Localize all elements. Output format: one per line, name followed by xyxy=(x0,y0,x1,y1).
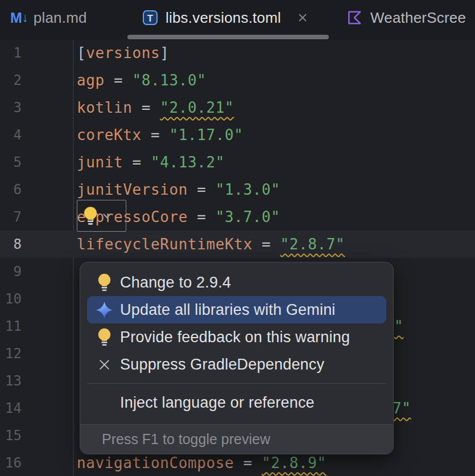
code-token: "1.3.0" xyxy=(216,181,280,198)
code-token: = xyxy=(188,208,216,225)
code-token: junitVersion xyxy=(77,181,188,198)
ide-window: { "tabs": { "items": [ { "id": "plan", "… xyxy=(0,0,475,476)
code-token: = xyxy=(105,72,133,89)
editor-line-5[interactable]: 5junit = "4.13.2" xyxy=(0,149,475,176)
line-number[interactable]: 2 xyxy=(0,67,22,94)
code-text[interactable]: kotlin = "2.0.21" xyxy=(77,94,234,121)
markdown-icon: M↓ xyxy=(10,10,28,26)
editor-line-3[interactable]: 3kotlin = "2.0.21" xyxy=(0,94,475,121)
toml-file-icon: T xyxy=(142,10,158,26)
code-token: = xyxy=(253,236,280,253)
kotlin-icon xyxy=(346,9,363,26)
warned-token: "2.0.21" xyxy=(160,99,234,116)
code-token: = xyxy=(123,154,151,171)
code-token: navigationCompose xyxy=(77,454,234,471)
suppress-x-icon xyxy=(94,357,114,372)
line-number[interactable]: 11 xyxy=(0,313,22,340)
editor-line-7[interactable]: 7espressoCore = "3.7.0" xyxy=(0,203,475,231)
line-number[interactable]: 8 xyxy=(0,231,22,258)
code-token: = xyxy=(142,126,170,143)
chevron-down-icon[interactable] xyxy=(101,210,113,222)
popup-separator xyxy=(87,383,386,384)
intention-actions-popup: Change to 2.9.4Update all libraries with… xyxy=(80,262,394,454)
tab-label: libs.versions.toml xyxy=(166,9,281,27)
line-number[interactable]: 5 xyxy=(0,149,22,176)
code-fragment-line-14: 7" xyxy=(393,395,411,422)
code-token: ] xyxy=(160,44,169,61)
code-token: [ xyxy=(77,44,86,61)
line-number[interactable]: 4 xyxy=(0,121,22,149)
editor-line-1[interactable]: 1[versions] xyxy=(0,39,475,67)
popup-footer-hint: Press F1 to toggle preview xyxy=(80,424,393,454)
code-token: agp xyxy=(77,72,105,89)
code-text[interactable]: lifecycleRuntimeKtx = "2.8.7" xyxy=(77,231,345,258)
line-number[interactable]: 12 xyxy=(0,340,22,367)
code-token: kotlin xyxy=(77,99,133,116)
code-token: "8.13.0" xyxy=(133,72,206,89)
popup-item-label: Inject language or reference xyxy=(120,394,315,412)
svg-text:T: T xyxy=(147,13,154,24)
lightbulb-icon xyxy=(94,273,114,292)
code-token: versions xyxy=(86,44,160,61)
code-token: = xyxy=(188,181,216,198)
editor-line-2[interactable]: 2agp = "8.13.0" xyxy=(0,67,475,94)
line-number[interactable]: 15 xyxy=(0,422,22,449)
editor-line-4[interactable]: 4coreKtx = "1.17.0" xyxy=(0,121,475,149)
intention-bulb-widget[interactable] xyxy=(77,200,126,232)
code-text[interactable]: agp = "8.13.0" xyxy=(77,67,206,94)
code-text[interactable]: junitVersion = "1.3.0" xyxy=(77,176,280,203)
code-text[interactable]: [versions] xyxy=(77,39,170,67)
warned-token: "2.8.7" xyxy=(280,236,345,253)
popup-item-label: Change to 2.9.4 xyxy=(120,274,231,292)
popup-item-1-selected[interactable]: Update all libraries with Gemini xyxy=(87,296,386,323)
code-text[interactable]: coreKtx = "1.17.0" xyxy=(77,121,243,149)
code-fragment-line-11: " xyxy=(394,313,403,340)
popup-item-label: Provide feedback on this warning xyxy=(120,329,350,346)
line-number[interactable]: 10 xyxy=(0,285,22,313)
code-token: lifecycleRuntimeKtx xyxy=(77,236,253,253)
footer-hint-text: Press F1 to toggle preview xyxy=(102,431,270,448)
editor-line-8[interactable]: 8lifecycleRuntimeKtx = "2.8.7" xyxy=(0,231,475,258)
tab-libs-versions-toml[interactable]: T libs.versions.toml xyxy=(142,0,309,35)
tab-plan-md[interactable]: M↓ plan.md xyxy=(10,0,87,35)
popup-item-label: Update all libraries with Gemini xyxy=(120,301,336,319)
lightbulb-icon xyxy=(94,327,114,347)
gemini-sparkle-icon xyxy=(94,301,114,319)
tab-weatherscreen[interactable]: WeatherScree xyxy=(346,0,466,35)
line-number[interactable]: 9 xyxy=(0,258,22,285)
code-token: = xyxy=(133,99,160,116)
line-number[interactable]: 7 xyxy=(0,203,22,231)
code-token: coreKtx xyxy=(77,126,142,143)
lightbulb-icon[interactable] xyxy=(82,206,98,226)
editor-tab-bar: M↓ plan.md T libs.versions.toml WeatherS… xyxy=(0,0,475,40)
line-number[interactable]: 14 xyxy=(0,395,22,422)
close-tab-icon[interactable] xyxy=(296,11,309,24)
line-number[interactable]: 13 xyxy=(0,367,22,395)
popup-item-inject-language[interactable]: Inject language or reference xyxy=(80,389,393,416)
warned-token: "2.8.9" xyxy=(262,454,327,471)
tab-label: WeatherScree xyxy=(370,9,466,27)
code-token: = xyxy=(234,454,262,471)
tab-strip-scrollbar-thumb[interactable] xyxy=(127,35,329,39)
line-number[interactable]: 6 xyxy=(0,176,22,203)
line-number[interactable]: 3 xyxy=(0,94,22,121)
popup-item-label: Suppress GradleDependency xyxy=(120,356,324,374)
code-token: "3.7.0" xyxy=(216,208,280,225)
tab-label: plan.md xyxy=(34,9,87,27)
popup-item-list: Change to 2.9.4Update all libraries with… xyxy=(80,262,393,378)
popup-item-2[interactable]: Provide feedback on this warning xyxy=(87,323,386,351)
line-number[interactable]: 16 xyxy=(0,449,22,476)
popup-item-3[interactable]: Suppress GradleDependency xyxy=(87,351,386,378)
code-token: junit xyxy=(77,154,123,171)
editor-line-6[interactable]: 6junitVersion = "1.3.0" xyxy=(0,176,475,203)
code-text[interactable]: junit = "4.13.2" xyxy=(77,149,225,176)
code-token: "4.13.2" xyxy=(151,154,225,171)
code-token: "1.17.0" xyxy=(170,126,243,143)
popup-item-0[interactable]: Change to 2.9.4 xyxy=(87,269,386,296)
line-number[interactable]: 1 xyxy=(0,39,22,67)
